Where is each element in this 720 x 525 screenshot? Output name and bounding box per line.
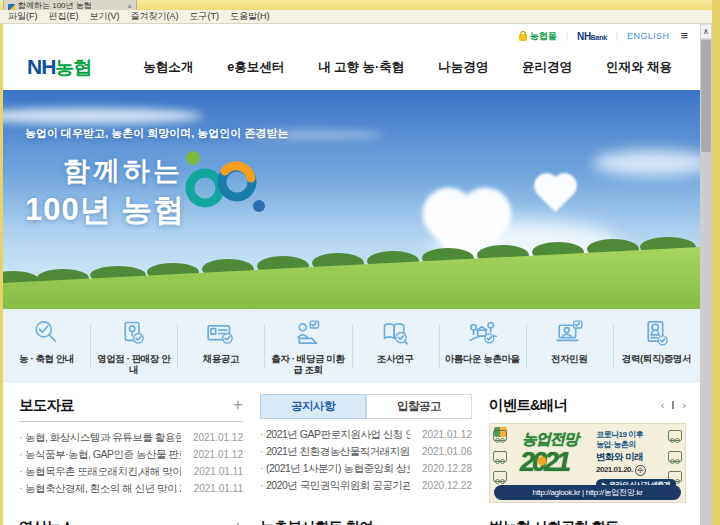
banner-prev-icon[interactable]: ‹ [661, 400, 665, 410]
menu-help[interactable]: 도움말(H) [230, 10, 270, 23]
quicklink-dividend-inquiry[interactable]: 출자 · 배당금 미환급 조회 [264, 309, 351, 383]
nav-item-epr[interactable]: e홍보센터 [227, 59, 284, 76]
menu-tools[interactable]: 도구(T) [190, 10, 220, 23]
press-item[interactable]: ·농협, 화상시스템과 유튜브를 활용한 「… 2021.01.12 [19, 429, 243, 446]
notice-item[interactable]: ·(2021년 1사분기) 농협중앙회 상호금융… 2020.12.28 [260, 460, 472, 477]
notice-tabs: 공지사항 입찰공고 [260, 394, 472, 419]
social-contribution-title: 범농협 사회공헌 활동 [489, 518, 619, 525]
banner-controls: ‹ › [661, 400, 686, 410]
logo-name-text: 농협 [55, 57, 91, 78]
main-nav: NH농협 농협소개 e홍보센터 내 고향 농·축협 나눔경영 윤리경영 인재와 … [3, 45, 700, 90]
hero-subtitle: 농업이 대우받고, 농촌이 희망이며, 농업인이 존경받는 [25, 126, 288, 141]
banner-doodles-left [492, 430, 508, 482]
agricultural-outlook-banner[interactable]: 농업전망 2021 코로나19 이후 농업·농촌의 변화와 미래 2021.01… [489, 423, 686, 503]
magnifier-check-icon [30, 317, 63, 350]
quicklink-research[interactable]: 조사연구 [352, 309, 439, 383]
press-title: 보도자료 [19, 396, 74, 415]
hero-banner[interactable]: 농업이 대우받고, 농촌이 희망이며, 농업인이 존경받는 함께하는 100년 … [3, 90, 700, 309]
infinity-100-logo-icon [171, 146, 279, 218]
tab-bid[interactable]: 입찰공고 [366, 394, 472, 419]
map-location-icon [117, 317, 150, 350]
weekday-circle: 수 [635, 465, 646, 476]
cloud-shape [593, 150, 700, 176]
tab-title: 함께하는 100년 농협 [18, 0, 92, 10]
nav-item-ethics[interactable]: 윤리경영 [522, 59, 572, 76]
book-magnifier-icon [379, 317, 412, 350]
press-item[interactable]: ·농식품부·농협, GAP인증 농산물 판로지… 2021.01.12 [19, 446, 243, 463]
laptop-person-check-icon [553, 317, 586, 350]
nav-item-hometown[interactable]: 내 고향 농·축협 [318, 59, 404, 76]
mall-link[interactable]: 농협몰 [519, 30, 557, 43]
menu-edit[interactable]: 편집(E) [49, 10, 79, 23]
banner-text-block: 코로나19 이후 농업·농촌의 변화와 미래 2021.01.20. 수 ▶ 온… [596, 430, 676, 491]
person-laptop-check-icon [291, 317, 324, 350]
utility-bar: 농협몰 | NHBank | ENGLISH ≡ [3, 24, 700, 45]
notice-list: ·2021년 GAP판로지원사업 신청 안내 2021.01.12 ·2021년… [260, 426, 472, 494]
notice-item[interactable]: ·2021년 GAP판로지원사업 신청 안내 2021.01.12 [260, 426, 472, 443]
certificate-icon [640, 317, 673, 350]
banner-urls: http://aglook.kr | http://농업전망.kr [494, 485, 681, 500]
menu-view[interactable]: 보기(V) [90, 10, 120, 23]
window-frame-right [712, 0, 720, 525]
quicklink-branch-locations[interactable]: 영업점 · 판매장 안내 [90, 309, 177, 383]
divider: | [616, 31, 618, 41]
page-viewport: 농협몰 | NHBank | ENGLISH ≡ NH농협 농협소개 e홍보센터… [3, 24, 700, 525]
tab-close-icon[interactable]: × [127, 3, 132, 10]
quicklink-coop-guide[interactable]: 농 · 축협 안내 [3, 309, 90, 383]
bank-link[interactable]: NHBank [577, 31, 607, 42]
notice-item[interactable]: ·2021년 친환경농산물직거래지원사업… 2021.01.06 [260, 443, 472, 460]
field-landscape [3, 235, 700, 309]
nav-item-sharing[interactable]: 나눔경영 [438, 59, 488, 76]
hamburger-menu-icon[interactable]: ≡ [680, 31, 688, 41]
id-card-check-icon [204, 317, 237, 350]
nh-logo[interactable]: NH농협 [27, 55, 91, 81]
banner-date: 2021.01.20. 수 [596, 465, 676, 476]
menu-file[interactable]: 파일(F) [8, 10, 38, 23]
press-item[interactable]: ·농협축산경제, 흰소의 해 신년 맞이 202… 2021.01.11 [19, 480, 243, 497]
village-check-icon [466, 317, 499, 350]
mall-label: 농협몰 [530, 30, 557, 43]
browser-titlebar: 함께하는 100년 농협 × [0, 0, 712, 10]
scrollbar-thumb[interactable] [701, 40, 711, 152]
nav-items: 농협소개 e홍보센터 내 고향 농·축협 나눔경영 윤리경영 인재와 채용 [143, 59, 672, 76]
browser-menubar: 파일(F) 편집(E) 보기(V) 즐겨찾기(A) 도구(T) 도움말(H) [0, 10, 712, 24]
volunteer-title: 농촌봉사활동 참여 [260, 518, 373, 525]
video-news-more-button[interactable]: + [233, 520, 243, 525]
bottom-section: 영상뉴스 + 농촌봉사활동 참여 범농협 사회공헌 활동 2021년 01월 1… [3, 503, 700, 525]
menu-favorites[interactable]: 즐겨찾기(A) [131, 10, 179, 23]
press-item[interactable]: ·농협목우촌 또래오래치킨,새해 맞이 1월… 2021.01.11 [19, 463, 243, 480]
quicklink-career-certificate[interactable]: 경력(퇴직)증명서 [613, 309, 700, 383]
scroll-up-button[interactable]: ∧ [700, 24, 712, 39]
banner-next-icon[interactable]: › [682, 400, 686, 410]
sunrise-icon [538, 457, 546, 465]
press-list: ·농협, 화상시스템과 유튜브를 활용한 「… 2021.01.12 ·농식품부… [19, 429, 243, 497]
scroll-up-icon: ∧ [703, 27, 709, 36]
cloud-shape [3, 108, 203, 124]
notice-panel: 공지사항 입찰공고 ·2021년 GAP판로지원사업 신청 안내 2021.01… [260, 394, 472, 503]
news-section: 보도자료 + ·농협, 화상시스템과 유튜브를 활용한 「… 2021.01.1… [3, 383, 700, 503]
tab-notice[interactable]: 공지사항 [260, 394, 366, 419]
quicklink-job-postings[interactable]: 채용공고 [177, 309, 264, 383]
english-link[interactable]: ENGLISH [627, 31, 669, 41]
logo-nh-text: NH [27, 55, 55, 78]
press-more-button[interactable]: + [233, 398, 243, 412]
quicklinks-bar: 농 · 축협 안내 영업점 · 판매장 안내 채용공고 [3, 309, 700, 383]
nav-item-about[interactable]: 농협소개 [143, 59, 193, 76]
event-title: 이벤트&배너 [489, 396, 567, 415]
shopping-bag-icon [519, 34, 527, 41]
nav-item-recruit[interactable]: 인재와 채용 [606, 59, 672, 76]
video-news-title: 영상뉴스 [19, 518, 74, 525]
divider: | [566, 31, 568, 41]
vertical-scrollbar[interactable]: ∧ [700, 24, 712, 525]
quicklink-beautiful-village[interactable]: 아름다운 농촌마을 [439, 309, 526, 383]
heart-cloud-small [543, 182, 568, 207]
banner-pause-icon[interactable] [672, 401, 674, 409]
press-release-panel: 보도자료 + ·농협, 화상시스템과 유튜브를 활용한 「… 2021.01.1… [19, 394, 243, 503]
event-banner-panel: 이벤트&배너 ‹ › 농업전망 2021 코로나19 [489, 394, 686, 503]
quicklink-e-civil-service[interactable]: 전자민원 [526, 309, 613, 383]
browser-tab[interactable]: 함께하는 100년 농협 × [3, 0, 137, 10]
divider [19, 421, 243, 422]
notice-item[interactable]: ·2020년 국민권익위원회 공공기관 청렴… 2020.12.22 [260, 477, 472, 494]
